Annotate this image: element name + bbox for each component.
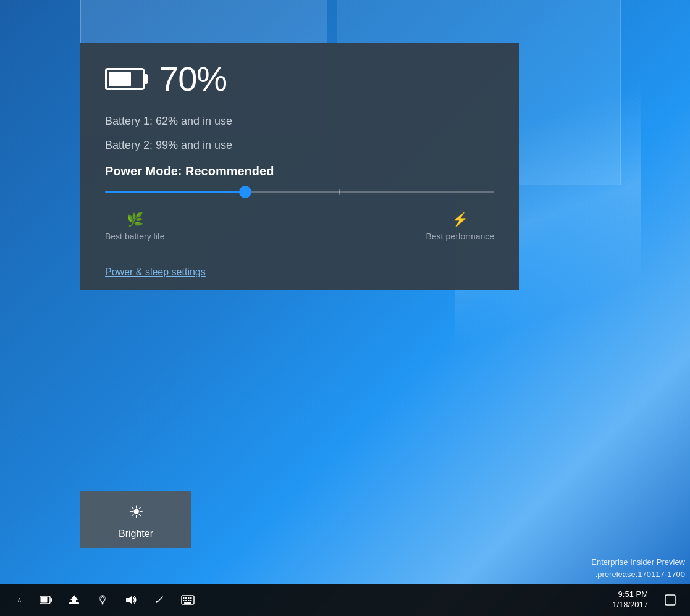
taskbar-keyboard-icon[interactable]: [174, 584, 201, 616]
svg-rect-15: [190, 600, 192, 601]
svg-rect-8: [183, 597, 185, 599]
svg-rect-17: [665, 595, 675, 605]
svg-rect-2: [41, 597, 48, 603]
best-performance-text: Best performance: [426, 231, 495, 241]
leaf-icon: 🌿: [127, 212, 143, 228]
svg-rect-16: [184, 602, 191, 604]
svg-marker-4: [70, 595, 78, 602]
insider-preview-text: Enterprise Insider Preview .prerelease.1…: [591, 556, 685, 580]
svg-rect-13: [185, 600, 187, 601]
battery-header: 70%: [105, 62, 494, 96]
taskbar-volume-icon[interactable]: [117, 584, 145, 616]
lightning-icon: ⚡: [452, 212, 468, 228]
brighter-label: Brighter: [119, 528, 153, 539]
system-tray-icons: [32, 584, 201, 616]
system-tray-chevron[interactable]: ∧: [6, 584, 32, 616]
panel-divider: [105, 254, 494, 254]
taskbar-left: ∧: [0, 584, 607, 616]
slider-tick: [339, 189, 340, 195]
battery-fill: [109, 72, 131, 86]
taskbar-battery-icon[interactable]: [32, 584, 59, 616]
clock-time: 9:51 PM: [618, 589, 648, 600]
taskbar-network-icon[interactable]: [89, 584, 116, 616]
notification-center-icon[interactable]: [658, 584, 683, 616]
svg-rect-3: [69, 602, 79, 604]
power-sleep-link[interactable]: Power & sleep settings: [105, 267, 206, 278]
best-battery-text: Best battery life: [105, 231, 165, 241]
slider-thumb[interactable]: [239, 186, 251, 198]
brighter-panel[interactable]: ☀ Brighter: [80, 491, 191, 548]
best-battery-label: 🌿 Best battery life: [105, 212, 165, 241]
clock-area[interactable]: 9:51 PM 1/18/2017: [607, 589, 653, 610]
svg-marker-6: [126, 596, 132, 604]
svg-rect-1: [51, 598, 53, 602]
battery-popup: 70% Battery 1: 62% and in use Battery 2:…: [80, 43, 519, 290]
svg-rect-11: [190, 597, 192, 599]
power-mode-slider[interactable]: [105, 191, 494, 193]
taskbar-pen-icon[interactable]: [146, 584, 173, 616]
brightness-icon: ☀: [128, 502, 144, 522]
battery1-detail: Battery 1: 62% and in use: [105, 115, 494, 128]
svg-rect-9: [185, 597, 187, 599]
taskbar: ∧: [0, 584, 690, 616]
power-mode-label: Power Mode: Recommended: [105, 164, 494, 178]
power-labels: 🌿 Best battery life ⚡ Best performance: [105, 212, 494, 241]
battery-icon: [105, 68, 145, 90]
slider-track: [105, 191, 494, 193]
clock-date: 1/18/2017: [612, 600, 648, 610]
battery2-detail: Battery 2: 99% and in use: [105, 139, 494, 152]
slider-fill: [105, 191, 245, 193]
battery-percent: 70%: [159, 62, 227, 96]
taskbar-right: 9:51 PM 1/18/2017: [607, 584, 690, 616]
best-performance-label: ⚡ Best performance: [426, 212, 495, 241]
taskbar-upload-icon[interactable]: [61, 584, 88, 616]
svg-rect-14: [188, 600, 190, 601]
svg-rect-10: [188, 597, 190, 599]
svg-point-5: [102, 603, 104, 605]
svg-rect-12: [183, 600, 185, 601]
